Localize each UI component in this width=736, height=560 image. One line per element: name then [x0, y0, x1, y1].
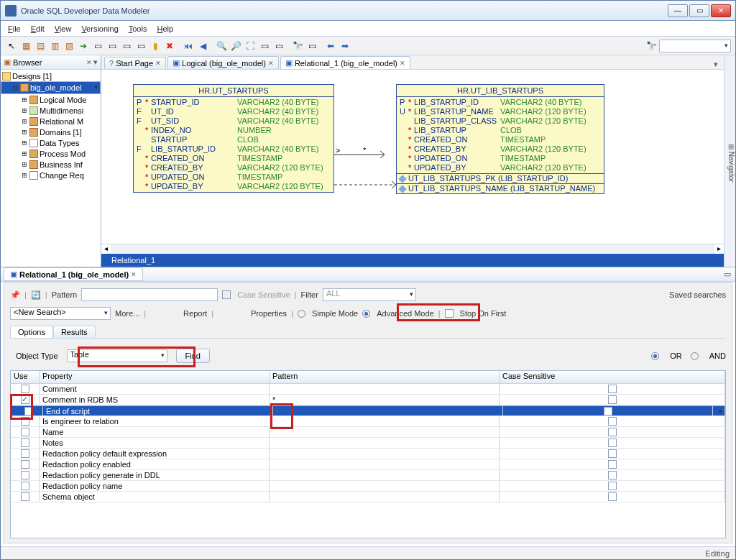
table-row[interactable]: Comment in RDB MS*: [11, 395, 725, 405]
expand-icon[interactable]: ⊞: [21, 170, 28, 180]
properties-link[interactable]: Properties: [251, 309, 287, 318]
close-icon[interactable]: ✕: [268, 60, 274, 67]
tool-icon[interactable]: ▭: [91, 40, 104, 52]
more-link[interactable]: More...: [115, 309, 139, 318]
cs-checkbox[interactable]: [608, 471, 617, 479]
expand-icon[interactable]: ⊞: [21, 127, 28, 137]
entity-table[interactable]: HR.UT_LIB_STARTUPS P*LIB_STARTUP_IDVARCH…: [396, 84, 604, 194]
expand-icon[interactable]: ⊞: [21, 95, 28, 104]
or-radio[interactable]: [651, 352, 659, 360]
tree-item[interactable]: ⊞Data Types: [1, 137, 101, 148]
tree-item[interactable]: ⊞Process Mod: [1, 148, 101, 159]
prev-icon[interactable]: ◀: [196, 40, 209, 52]
delete-icon[interactable]: ✖: [163, 40, 176, 52]
menu-tools[interactable]: Tools: [129, 24, 147, 33]
pattern-cell[interactable]: [273, 406, 503, 416]
table-row[interactable]: Redaction policy default expression: [11, 449, 725, 459]
tree[interactable]: Designs [1] ⊟ big_ole_model ⊞Logical Mod…: [1, 70, 101, 267]
scroll-right-icon[interactable]: ▸: [714, 244, 724, 254]
tree-root[interactable]: Designs [1]: [1, 71, 101, 81]
entity-table[interactable]: HR.UT_STARTUPS P*STARTUP_IDVARCHAR2 (40 …: [133, 84, 334, 193]
chevron-down-icon[interactable]: ▾: [93, 58, 98, 67]
cs-checkbox[interactable]: [608, 492, 617, 501]
menu-file[interactable]: File: [8, 24, 21, 33]
menu-edit[interactable]: Edit: [31, 24, 45, 33]
find-button[interactable]: Find: [176, 349, 210, 363]
menu-view[interactable]: View: [55, 24, 72, 33]
simple-mode-radio[interactable]: [298, 310, 305, 318]
pattern-cell[interactable]: [270, 416, 500, 426]
report-link[interactable]: Report: [183, 309, 207, 318]
zoom-out-icon[interactable]: 🔎: [229, 40, 242, 52]
tree-item[interactable]: ⊞Multidimensi: [1, 105, 101, 116]
expand-icon[interactable]: ⊞: [21, 138, 28, 147]
col-use[interactable]: Use: [11, 371, 40, 383]
minimize-button[interactable]: —: [668, 4, 688, 17]
cs-checkbox[interactable]: [608, 439, 617, 447]
table-row[interactable]: Is engineer to relation: [11, 416, 725, 427]
minimize-panel-icon[interactable]: ▭: [724, 270, 735, 279]
pin-icon[interactable]: 📌: [10, 290, 20, 300]
cs-checkbox[interactable]: [608, 482, 617, 490]
use-checkbox[interactable]: [21, 439, 29, 447]
tool-icon[interactable]: ▭: [305, 40, 318, 52]
cs-checkbox[interactable]: [608, 449, 617, 458]
tool-icon[interactable]: ▭: [258, 40, 271, 52]
object-type-select[interactable]: Table: [67, 349, 167, 362]
table-row[interactable]: End of script: [11, 405, 725, 416]
fit-icon[interactable]: ⛶: [244, 40, 257, 52]
use-checkbox[interactable]: [24, 407, 33, 416]
navigator-panel[interactable]: ⊞ Navigator: [724, 55, 735, 267]
pattern-cell[interactable]: [270, 492, 500, 502]
new-icon[interactable]: ▮: [149, 40, 162, 52]
stop-on-first-checkbox[interactable]: [445, 309, 454, 318]
tab-options[interactable]: Options: [10, 326, 53, 338]
grid-icon[interactable]: ▦: [19, 40, 32, 52]
tree-item[interactable]: ⊞Business Inf: [1, 159, 101, 170]
diagram-canvas[interactable]: HR.UT_STARTUPS P*STARTUP_IDVARCHAR2 (40 …: [101, 70, 724, 254]
col-property[interactable]: Property: [40, 371, 270, 383]
use-checkbox[interactable]: [21, 449, 29, 458]
tool-icon[interactable]: ▭: [120, 40, 133, 52]
menu-help[interactable]: Help: [157, 24, 173, 33]
cs-checkbox[interactable]: [604, 407, 612, 416]
arrow-right-icon[interactable]: ➜: [77, 40, 90, 52]
pattern-input[interactable]: [81, 288, 218, 301]
browser-tab[interactable]: ▣ Browser ✕ ▾: [1, 55, 101, 70]
tool-icon[interactable]: ▧: [63, 40, 75, 52]
pattern-cell[interactable]: [270, 384, 500, 394]
refresh-icon[interactable]: 🔄: [31, 290, 41, 300]
tool-icon[interactable]: ▥: [48, 40, 61, 52]
forward-icon[interactable]: ➡: [339, 40, 351, 52]
col-case-sensitive[interactable]: Case Sensitive: [500, 371, 725, 383]
expand-icon[interactable]: ⊞: [21, 116, 28, 126]
advanced-mode-radio[interactable]: [362, 310, 370, 318]
close-icon[interactable]: ✕: [86, 59, 92, 66]
close-icon[interactable]: ✕: [155, 60, 161, 67]
chevron-down-icon[interactable]: ▾: [714, 60, 721, 69]
cs-checkbox[interactable]: [608, 460, 617, 469]
cs-checkbox[interactable]: [608, 417, 617, 426]
tree-item[interactable]: ⊞Logical Mode: [1, 94, 101, 105]
and-radio[interactable]: [691, 352, 699, 360]
use-checkbox[interactable]: [21, 492, 29, 501]
pointer-icon[interactable]: ↖: [5, 40, 18, 52]
zoom-in-icon[interactable]: 🔍: [215, 40, 228, 52]
col-pattern[interactable]: Pattern: [270, 371, 500, 383]
search-scope-select[interactable]: [659, 40, 731, 52]
tab-results[interactable]: Results: [53, 326, 96, 338]
table-row[interactable]: Notes: [11, 438, 725, 449]
pattern-cell[interactable]: [270, 438, 500, 448]
menu-versioning[interactable]: Versioning: [81, 24, 118, 33]
cs-checkbox[interactable]: [608, 385, 617, 393]
find-panel-tab[interactable]: ▣ Relational_1 (big_ole_model) ✕: [4, 267, 143, 281]
table-row[interactable]: Redaction policy name: [11, 481, 725, 492]
table-row[interactable]: Schema object: [11, 492, 725, 502]
tab-relational[interactable]: ▣ Relational_1 (big_ole_model) ✕: [280, 56, 410, 69]
close-icon[interactable]: ✕: [131, 271, 137, 278]
close-icon[interactable]: ✕: [400, 60, 405, 67]
pattern-cell[interactable]: [270, 449, 500, 459]
pattern-cell[interactable]: *: [270, 395, 500, 405]
table-row[interactable]: Redaction policy generate in DDL: [11, 470, 725, 481]
tree-item[interactable]: ⊞Domains [1]: [1, 127, 101, 137]
